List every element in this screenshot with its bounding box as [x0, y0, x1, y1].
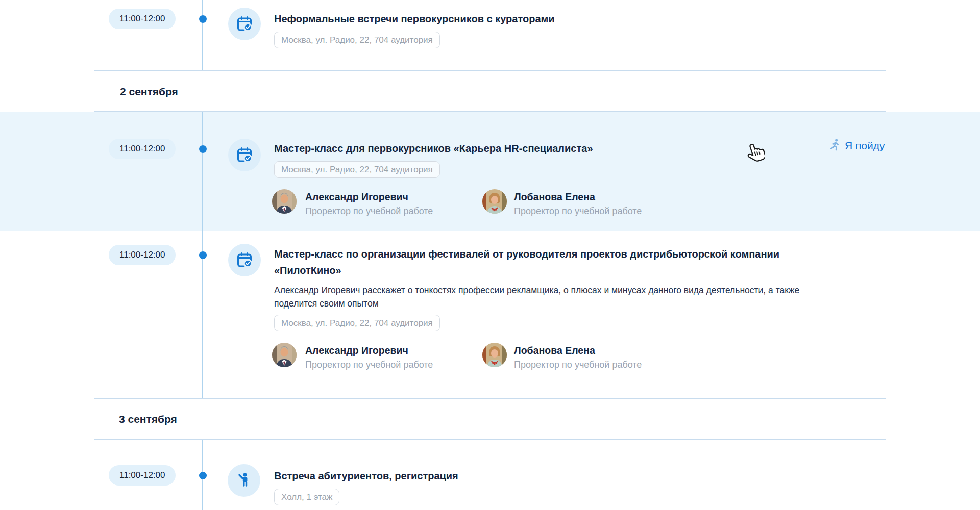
speaker-role: Проректор по учебной работе	[514, 206, 642, 217]
speaker-role: Проректор по учебной работе	[305, 359, 433, 371]
event-title: Мастер-класс для первокурсников «Карьера…	[274, 140, 593, 157]
event-title: Неформальные встречи первокурсников с ку…	[274, 11, 555, 27]
event-time: 11:00-12:00	[109, 465, 176, 486]
speaker-name: Александр Игоревич	[305, 191, 408, 203]
calendar-check-icon	[228, 8, 261, 40]
event-time: 11:00-12:00	[109, 245, 176, 265]
calendar-check-icon	[228, 244, 261, 276]
event-location-chip: Москва, ул. Радио, 22, 704 аудитория	[274, 32, 440, 48]
speaker-role: Проректор по учебной работе	[305, 206, 433, 217]
speaker-avatar	[482, 189, 507, 214]
event-time: 11:00-12:00	[109, 139, 176, 159]
events-schedule-page: 11:00-12:00 Неформальные встречи первоку…	[0, 0, 980, 510]
person-waving-icon	[228, 464, 260, 497]
event-location-chip: Москва, ул. Радио, 22, 704 аудитория	[274, 161, 440, 178]
timeline-line	[202, 0, 203, 71]
speaker-avatar	[272, 189, 297, 214]
event-description: Александр Игоревич расскажет о тонкостях…	[274, 284, 807, 310]
speaker-name: Лобанова Елена	[514, 344, 595, 356]
section-divider	[94, 111, 886, 112]
event-title: Мастер-класс по организации фестивалей о…	[274, 246, 813, 278]
speaker-name: Лобанова Елена	[514, 191, 595, 203]
speaker-avatar	[272, 343, 297, 367]
section-divider	[94, 398, 886, 399]
timeline-dot	[199, 251, 207, 259]
hovered-row-highlight	[0, 112, 980, 231]
running-person-icon	[828, 138, 841, 156]
section-divider	[94, 439, 886, 440]
speaker-name: Александр Игоревич	[305, 344, 408, 356]
section-divider	[94, 70, 886, 71]
date-heading: 3 сентября	[119, 413, 177, 425]
attend-link[interactable]: Я пойду	[845, 139, 885, 152]
calendar-check-icon	[228, 139, 261, 171]
timeline-dot	[199, 472, 207, 479]
event-title: Встреча абитуриентов, регистрация	[274, 468, 458, 484]
event-location-chip: Холл, 1 этаж	[274, 489, 339, 505]
speaker-avatar	[482, 343, 507, 367]
event-location-chip: Москва, ул. Радио, 22, 704 аудитория	[274, 315, 440, 332]
timeline-dot	[199, 15, 207, 23]
date-heading: 2 сентября	[120, 86, 178, 98]
speaker-role: Проректор по учебной работе	[514, 359, 642, 371]
event-time: 11:00-12:00	[109, 9, 176, 29]
timeline-dot	[199, 145, 207, 153]
pointer-cursor-icon	[744, 142, 765, 165]
